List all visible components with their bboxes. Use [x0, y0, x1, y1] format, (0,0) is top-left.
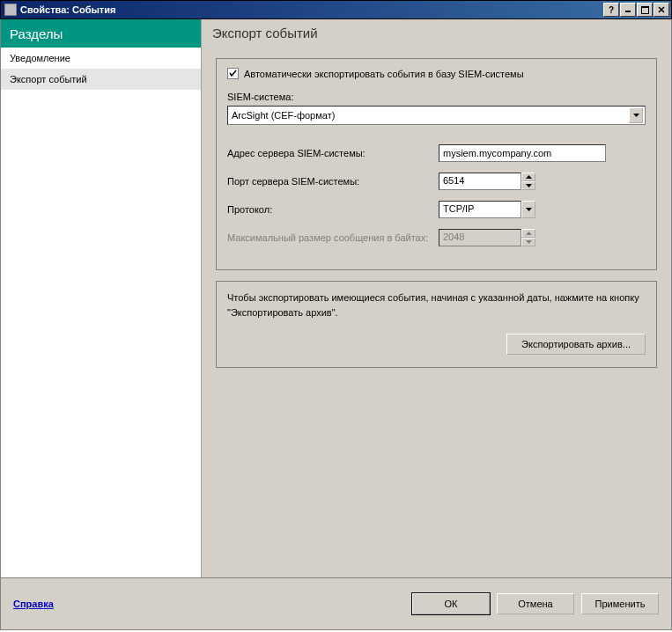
archive-button-row: Экспортировать архив... — [227, 334, 646, 355]
main-content: Автоматически экспортировать события в б… — [202, 48, 671, 577]
svg-marker-5 — [633, 114, 639, 117]
ok-button[interactable]: ОК — [412, 593, 490, 614]
chevron-down-icon — [526, 184, 532, 187]
spinner-up-button — [521, 229, 535, 238]
close-icon — [658, 6, 665, 13]
chevron-up-icon — [526, 231, 532, 235]
siem-system-dropdown[interactable]: ArcSight (CEF-формат) — [227, 106, 646, 125]
titlebar-buttons: ? — [603, 3, 669, 17]
archive-group: Чтобы экспортировать имеющиеся события, … — [216, 281, 657, 368]
export-settings-group: Автоматически экспортировать события в б… — [216, 58, 657, 270]
dropdown-button[interactable] — [521, 201, 535, 218]
window-body: Разделы Уведомление Экспорт событий Эксп… — [0, 19, 672, 577]
sidebar-item-label: Экспорт событий — [10, 74, 87, 85]
server-address-row: Адрес сервера SIEM-системы: — [227, 144, 646, 162]
auto-export-checkbox[interactable] — [227, 68, 239, 79]
spinner-down-button[interactable] — [521, 181, 535, 190]
apply-button[interactable]: Применить — [581, 593, 659, 614]
max-message-label: Максимальный размер сообщения в байтах: — [227, 232, 439, 243]
max-message-row: Максимальный размер сообщения в байтах: … — [227, 229, 646, 246]
titlebar: Свойства: События ? — [0, 0, 672, 19]
protocol-row: Протокол: TCP/IP — [227, 201, 646, 218]
dropdown-button[interactable] — [629, 107, 643, 123]
protocol-dropdown[interactable]: TCP/IP — [439, 201, 535, 218]
spinner-buttons — [521, 229, 535, 246]
auto-export-label: Автоматически экспортировать события в б… — [244, 69, 524, 79]
svg-marker-10 — [526, 240, 532, 244]
sidebar-item-export-events[interactable]: Экспорт событий — [1, 69, 201, 90]
server-port-spinner[interactable]: 6514 — [439, 173, 535, 190]
svg-marker-7 — [526, 184, 532, 187]
max-message-spinner: 2048 — [439, 229, 535, 246]
sidebar-item-notification[interactable]: Уведомление — [1, 48, 201, 69]
close-button[interactable] — [654, 3, 669, 17]
server-port-value: 6514 — [439, 173, 521, 190]
spinner-down-button — [521, 238, 535, 246]
checkmark-icon — [229, 70, 237, 77]
server-address-label: Адрес сервера SIEM-системы: — [227, 148, 439, 158]
app-icon — [4, 4, 17, 16]
chevron-down-icon — [633, 114, 639, 117]
svg-marker-8 — [526, 208, 532, 211]
server-address-input[interactable] — [439, 144, 606, 162]
minimize-icon — [624, 6, 631, 13]
auto-export-row: Автоматически экспортировать события в б… — [227, 68, 646, 79]
svg-marker-6 — [526, 175, 532, 179]
max-message-value: 2048 — [439, 229, 521, 246]
export-archive-button[interactable]: Экспортировать архив... — [506, 334, 646, 355]
window-title: Свойства: События — [20, 4, 603, 15]
sidebar-header: Разделы — [1, 19, 201, 48]
protocol-label: Протокол: — [227, 204, 439, 215]
protocol-value: TCP/IP — [439, 201, 521, 218]
page-title: Экспорт событий — [202, 19, 671, 48]
siem-system-value: ArcSight (CEF-формат) — [232, 110, 629, 121]
cancel-button[interactable]: Отмена — [497, 593, 574, 614]
svg-marker-9 — [526, 231, 532, 235]
help-button[interactable]: ? — [603, 3, 619, 17]
minimize-button[interactable] — [620, 3, 636, 17]
chevron-down-icon — [526, 208, 532, 211]
help-link[interactable]: Справка — [13, 599, 54, 609]
siem-system-row: SIEM-система: ArcSight (CEF-формат) — [227, 92, 646, 125]
server-port-label: Порт сервера SIEM-системы: — [227, 176, 439, 187]
chevron-up-icon — [526, 175, 532, 179]
spinner-up-button[interactable] — [521, 173, 535, 181]
chevron-down-icon — [526, 240, 532, 244]
maximize-button[interactable] — [637, 3, 653, 17]
maximize-icon — [641, 6, 649, 14]
archive-description: Чтобы экспортировать имеющиеся события, … — [227, 290, 646, 320]
spinner-buttons — [521, 173, 535, 190]
server-port-row: Порт сервера SIEM-системы: 6514 — [227, 173, 646, 190]
main-panel: Экспорт событий Автоматически экспортиро… — [202, 19, 671, 577]
siem-system-label: SIEM-система: — [227, 92, 439, 102]
footer: Справка ОК Отмена Применить — [0, 577, 672, 630]
sidebar: Разделы Уведомление Экспорт событий — [1, 19, 202, 577]
help-icon: ? — [609, 5, 614, 15]
sidebar-item-label: Уведомление — [10, 53, 70, 63]
